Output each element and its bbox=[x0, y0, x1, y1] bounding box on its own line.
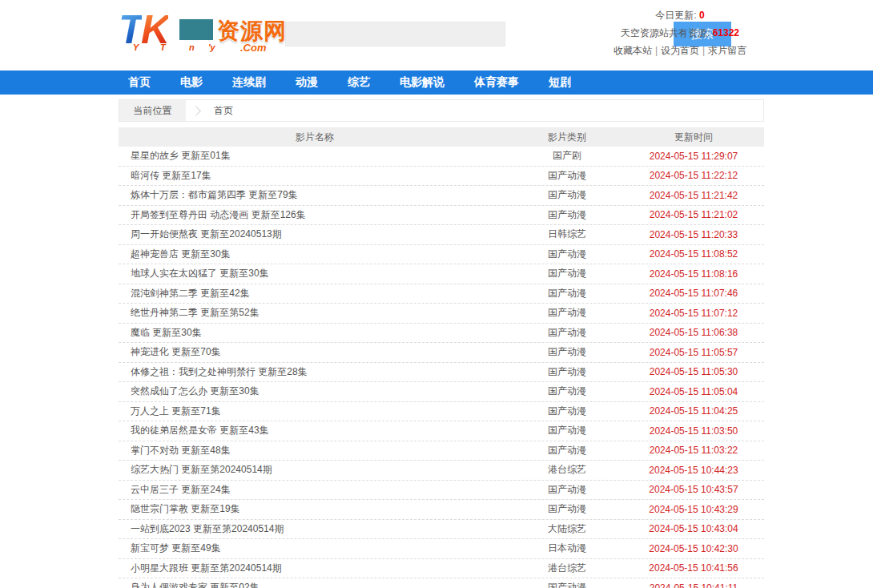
nav-item[interactable]: 连续剧 bbox=[232, 75, 266, 90]
row-title[interactable]: 体修之祖：我到之处神明禁行 更新至28集 bbox=[119, 365, 511, 379]
row-title[interactable]: 掌门不对劲 更新至48集 bbox=[119, 444, 511, 457]
table-row[interactable]: 新宝可梦 更新至49集 日本动漫 2024-05-15 10:42:30 bbox=[119, 539, 764, 559]
nav-item[interactable]: 首页 bbox=[128, 75, 151, 90]
logo-fragment: Y bbox=[133, 42, 139, 52]
row-title[interactable]: 小明星大跟班 更新至第20240514期 bbox=[119, 562, 511, 575]
row-title[interactable]: 混沌剑神第二季 更新至42集 bbox=[119, 287, 511, 300]
row-update-time: 2024-05-15 11:03:22 bbox=[623, 445, 764, 456]
row-title[interactable]: 突然成仙了怎么办 更新至30集 bbox=[119, 385, 511, 398]
nav-item[interactable]: 动漫 bbox=[296, 75, 318, 90]
nav-item[interactable]: 体育赛事 bbox=[474, 75, 519, 90]
table-row[interactable]: 混沌剑神第二季 更新至42集 国产动漫 2024-05-15 11:07:46 bbox=[119, 284, 764, 304]
table-row[interactable]: 开局签到至尊丹田 动态漫画 更新至126集 国产动漫 2024-05-15 11… bbox=[119, 206, 764, 226]
row-update-time: 2024-05-15 10:43:57 bbox=[623, 484, 764, 495]
nav-item[interactable]: 短剧 bbox=[549, 75, 571, 90]
resource-table: 影片名称 影片类别 更新时间 星星的故乡 更新至01集 国产剧 2024-05-… bbox=[119, 127, 764, 588]
row-update-time: 2024-05-15 11:21:02 bbox=[623, 209, 764, 220]
nav-item[interactable]: 电影 bbox=[180, 75, 203, 90]
column-header-name: 影片名称 bbox=[119, 131, 511, 144]
search-input[interactable] bbox=[285, 22, 505, 46]
table-row[interactable]: 体修之祖：我到之处神明禁行 更新至28集 国产动漫 2024-05-15 11:… bbox=[119, 363, 764, 383]
row-category: 国产动漫 bbox=[511, 169, 623, 183]
row-category: 国产动漫 bbox=[511, 483, 623, 497]
row-title[interactable]: 云中居三子 更新至24集 bbox=[119, 483, 511, 497]
table-row[interactable]: 炼体十万层：都市篇第四季 更新至79集 国产动漫 2024-05-15 11:2… bbox=[119, 186, 764, 206]
row-category: 国产动漫 bbox=[511, 287, 623, 300]
row-title[interactable]: 新宝可梦 更新至49集 bbox=[119, 542, 511, 555]
row-title[interactable]: 星星的故乡 更新至01集 bbox=[119, 149, 511, 163]
table-row[interactable]: 超神宠兽店 更新至30集 国产动漫 2024-05-15 11:08:52 bbox=[119, 245, 764, 265]
row-category: 日韩综艺 bbox=[511, 228, 623, 241]
row-category: 港台综艺 bbox=[511, 463, 623, 477]
table-row[interactable]: 暗河传 更新至17集 国产动漫 2024-05-15 11:22:12 bbox=[119, 167, 764, 187]
row-update-time: 2024-05-15 10:44:23 bbox=[623, 465, 764, 476]
table-row[interactable]: 我的徒弟居然是女帝 更新至43集 国产动漫 2024-05-15 11:03:5… bbox=[119, 421, 764, 441]
site-logo[interactable]: T K 资源网 .Com Y T n 'y bbox=[119, 5, 291, 54]
link-separator: | bbox=[702, 45, 705, 56]
row-title[interactable]: 综艺大热门 更新至第20240514期 bbox=[119, 463, 511, 477]
breadcrumb-current-home[interactable]: 首页 bbox=[214, 104, 233, 118]
logo-fragment: n bbox=[189, 42, 195, 52]
row-title[interactable]: 绝世丹神第二季 更新至第52集 bbox=[119, 306, 511, 320]
table-row[interactable]: 魔临 更新至30集 国产动漫 2024-05-15 11:06:38 bbox=[119, 324, 764, 344]
table-row[interactable]: 一站到底2023 更新至第20240514期 大陆综艺 2024-05-15 1… bbox=[119, 520, 764, 540]
total-resources-count: 61322 bbox=[713, 27, 739, 38]
table-row[interactable]: 掌门不对劲 更新至48集 国产动漫 2024-05-15 11:03:22 bbox=[119, 441, 764, 461]
table-row[interactable]: 综艺大热门 更新至第20240514期 港台综艺 2024-05-15 10:4… bbox=[119, 461, 764, 481]
table-row[interactable]: 隐世宗门掌教 更新至19集 国产动漫 2024-05-15 10:43:29 bbox=[119, 500, 764, 520]
row-title[interactable]: 万人之上 更新至71集 bbox=[119, 405, 511, 418]
row-title[interactable]: 开局签到至尊丹田 动态漫画 更新至126集 bbox=[119, 208, 511, 222]
row-update-time: 2024-05-15 11:05:04 bbox=[623, 386, 764, 397]
row-category: 国产动漫 bbox=[511, 208, 623, 222]
row-title[interactable]: 魔临 更新至30集 bbox=[119, 326, 511, 340]
row-title[interactable]: 地球人实在太凶猛了 更新至30集 bbox=[119, 267, 511, 280]
table-row[interactable]: 星星的故乡 更新至01集 国产剧 2024-05-15 11:29:07 bbox=[119, 147, 764, 167]
row-category: 日本动漫 bbox=[511, 542, 623, 555]
table-row[interactable]: 突然成仙了怎么办 更新至30集 国产动漫 2024-05-15 11:05:04 bbox=[119, 382, 764, 402]
row-update-time: 2024-05-15 10:42:30 bbox=[623, 543, 764, 554]
today-update-count: 0 bbox=[699, 10, 705, 21]
row-update-time: 2024-05-15 11:21:42 bbox=[623, 190, 764, 201]
row-title[interactable]: 一站到底2023 更新至第20240514期 bbox=[119, 522, 511, 536]
row-category: 国产动漫 bbox=[511, 365, 623, 379]
row-title[interactable]: 我的徒弟居然是女帝 更新至43集 bbox=[119, 424, 511, 437]
set-homepage-link[interactable]: 设为首页 bbox=[661, 45, 699, 56]
total-resources-label: 天空资源站共有资源: bbox=[621, 27, 710, 38]
column-header-category: 影片类别 bbox=[511, 131, 623, 144]
row-title[interactable]: 神宠进化 更新至70集 bbox=[119, 345, 511, 359]
table-row[interactable]: 云中居三子 更新至24集 国产动漫 2024-05-15 10:43:57 bbox=[119, 481, 764, 501]
favorite-site-link[interactable]: 收藏本站 bbox=[614, 45, 652, 56]
nav-item[interactable]: 电影解说 bbox=[400, 75, 445, 90]
request-movie-link[interactable]: 求片留言 bbox=[708, 45, 746, 56]
row-title[interactable]: 周一开始便熬夜 更新至20240513期 bbox=[119, 228, 511, 241]
row-category: 国产动漫 bbox=[511, 502, 623, 516]
row-update-time: 2024-05-15 11:08:52 bbox=[623, 248, 764, 260]
row-title[interactable]: 身为人偶游戏专家 更新至02集 bbox=[119, 581, 511, 588]
table-row[interactable]: 周一开始便熬夜 更新至20240513期 日韩综艺 2024-05-15 11:… bbox=[119, 225, 764, 245]
table-row[interactable]: 万人之上 更新至71集 国产动漫 2024-05-15 11:04:25 bbox=[119, 402, 764, 422]
table-row[interactable]: 身为人偶游戏专家 更新至02集 国产动漫 2024-05-15 10:41:11 bbox=[119, 578, 764, 588]
total-resources-line: 天空资源站共有资源: 61322 bbox=[596, 24, 764, 42]
row-update-time: 2024-05-15 11:29:07 bbox=[623, 151, 764, 162]
table-row[interactable]: 绝世丹神第二季 更新至第52集 国产动漫 2024-05-15 11:07:12 bbox=[119, 304, 764, 324]
nav-item[interactable]: 综艺 bbox=[348, 75, 370, 90]
row-title[interactable]: 隐世宗门掌教 更新至19集 bbox=[119, 502, 511, 516]
row-category: 国产剧 bbox=[511, 149, 623, 163]
row-title[interactable]: 炼体十万层：都市篇第四季 更新至79集 bbox=[119, 188, 511, 202]
row-title[interactable]: 超神宠兽店 更新至30集 bbox=[119, 248, 511, 261]
row-category: 国产动漫 bbox=[511, 306, 623, 320]
row-title[interactable]: 暗河传 更新至17集 bbox=[119, 169, 511, 183]
row-category: 国产动漫 bbox=[511, 188, 623, 202]
chevron-right-icon bbox=[191, 106, 201, 116]
today-update-line: 今日更新: 0 bbox=[596, 6, 764, 24]
link-separator: | bbox=[655, 45, 658, 56]
nav-items: 首页 电影 连续剧 动漫 综艺 电影解说 体育赛事 短剧 bbox=[119, 70, 764, 95]
row-update-time: 2024-05-15 11:20:33 bbox=[623, 229, 764, 240]
site-header: T K 资源网 .Com Y T n 'y 搜索 今日更新: 0 天空资源站共 bbox=[0, 0, 873, 70]
table-row[interactable]: 神宠进化 更新至70集 国产动漫 2024-05-15 11:05:57 bbox=[119, 343, 764, 363]
row-category: 国产动漫 bbox=[511, 248, 623, 261]
table-row[interactable]: 小明星大跟班 更新至第20240514期 港台综艺 2024-05-15 10:… bbox=[119, 559, 764, 579]
logo-domain-suffix: .Com bbox=[240, 42, 267, 54]
table-row[interactable]: 地球人实在太凶猛了 更新至30集 国产动漫 2024-05-15 11:08:1… bbox=[119, 264, 764, 284]
row-update-time: 2024-05-15 11:05:30 bbox=[623, 366, 764, 377]
